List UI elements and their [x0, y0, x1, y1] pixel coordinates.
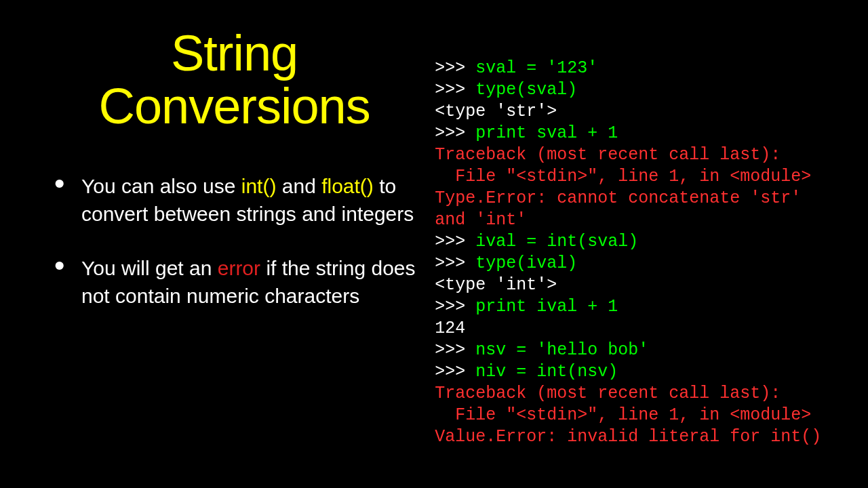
slide: String Conversions You can also use int(… — [0, 0, 868, 488]
error-line: Traceback (most recent call last): — [435, 384, 781, 403]
highlight-float: float() — [321, 175, 374, 197]
code-input: print ival + 1 — [475, 297, 618, 317]
right-column: >>> sval = '123' >>> type(sval) <type 's… — [428, 27, 848, 461]
code-input: ival = int(sval) — [475, 232, 638, 251]
highlight-int: int() — [241, 175, 277, 197]
error-line: Traceback (most recent call last): — [435, 145, 781, 165]
code-input: type(sval) — [475, 80, 577, 100]
bullet-text: You can also use — [81, 175, 241, 197]
code-block: >>> sval = '123' >>> type(sval) <type 's… — [435, 58, 848, 448]
bullet-item-2: You will get an error if the string does… — [54, 255, 421, 310]
code-input: print sval + 1 — [475, 123, 618, 143]
prompt: >>> — [435, 58, 475, 78]
prompt: >>> — [435, 340, 475, 360]
error-line: and 'int' — [435, 210, 526, 230]
error-line: File "<stdin>", line 1, in <module> — [435, 405, 811, 425]
bullet-text: and — [276, 175, 321, 197]
code-output: 124 — [435, 319, 465, 338]
bullet-text: You will get an — [81, 257, 218, 279]
prompt: >>> — [435, 297, 475, 317]
error-line: Type.Error: cannot concatenate 'str' — [435, 188, 801, 208]
slide-title: String Conversions — [41, 27, 428, 132]
code-input: sval = '123' — [475, 58, 597, 78]
code-input: nsv = 'hello bob' — [475, 340, 648, 360]
prompt: >>> — [435, 232, 475, 251]
error-line: File "<stdin>", line 1, in <module> — [435, 167, 811, 186]
bullet-list: You can also use int() and float() to co… — [54, 173, 421, 310]
prompt: >>> — [435, 123, 475, 143]
code-input: niv = int(nsv) — [475, 362, 618, 382]
left-column: String Conversions You can also use int(… — [41, 27, 428, 461]
prompt: >>> — [435, 253, 475, 273]
code-output: <type 'str'> — [435, 102, 557, 121]
bullet-item-1: You can also use int() and float() to co… — [54, 173, 421, 228]
code-output: <type 'int'> — [435, 275, 557, 295]
prompt: >>> — [435, 362, 475, 382]
error-line: Value.Error: invalid literal for int() — [435, 427, 821, 447]
prompt: >>> — [435, 80, 475, 100]
code-input: type(ival) — [475, 253, 577, 273]
highlight-error: error — [218, 257, 260, 279]
